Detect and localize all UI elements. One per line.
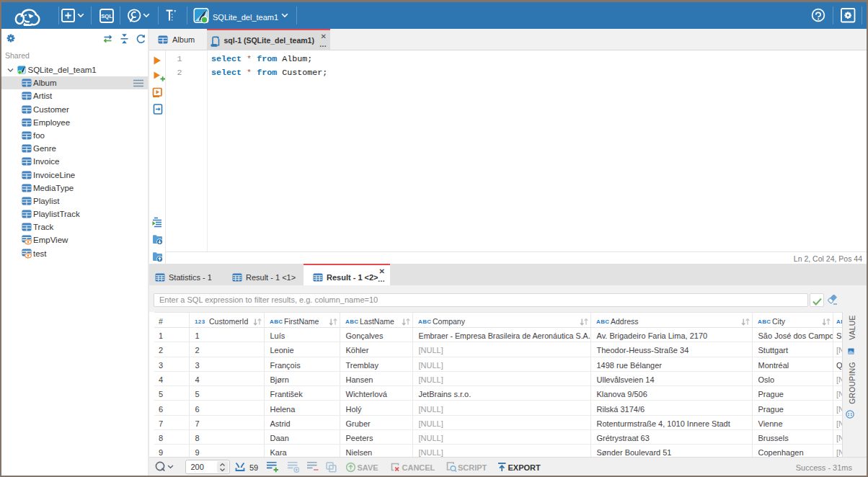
svg-text:SQL: SQL bbox=[101, 13, 112, 19]
